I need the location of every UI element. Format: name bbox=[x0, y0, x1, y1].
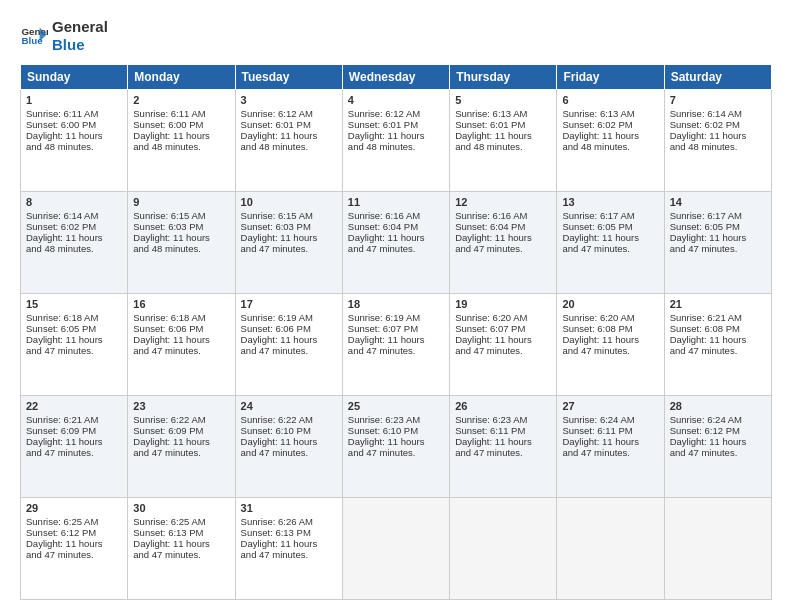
day-number: 3 bbox=[241, 94, 337, 106]
sunrise-label: Sunrise: 6:15 AM bbox=[133, 210, 205, 221]
daylight-label: Daylight: 11 hours and 47 minutes. bbox=[26, 538, 103, 560]
calendar-week-4: 22Sunrise: 6:21 AMSunset: 6:09 PMDayligh… bbox=[21, 396, 772, 498]
sunset-label: Sunset: 6:02 PM bbox=[562, 119, 632, 130]
daylight-label: Daylight: 11 hours and 48 minutes. bbox=[133, 130, 210, 152]
calendar-cell bbox=[342, 498, 449, 600]
calendar-cell: 31Sunrise: 6:26 AMSunset: 6:13 PMDayligh… bbox=[235, 498, 342, 600]
daylight-label: Daylight: 11 hours and 47 minutes. bbox=[241, 232, 318, 254]
sunset-label: Sunset: 6:06 PM bbox=[241, 323, 311, 334]
sunset-label: Sunset: 6:12 PM bbox=[670, 425, 740, 436]
calendar-cell bbox=[557, 498, 664, 600]
day-number: 14 bbox=[670, 196, 766, 208]
logo-line2: Blue bbox=[52, 36, 108, 54]
daylight-label: Daylight: 11 hours and 47 minutes. bbox=[455, 436, 532, 458]
sunrise-label: Sunrise: 6:21 AM bbox=[26, 414, 98, 425]
daylight-label: Daylight: 11 hours and 47 minutes. bbox=[348, 232, 425, 254]
calendar-cell: 12Sunrise: 6:16 AMSunset: 6:04 PMDayligh… bbox=[450, 192, 557, 294]
day-number: 31 bbox=[241, 502, 337, 514]
calendar-cell: 1Sunrise: 6:11 AMSunset: 6:00 PMDaylight… bbox=[21, 90, 128, 192]
calendar-cell: 5Sunrise: 6:13 AMSunset: 6:01 PMDaylight… bbox=[450, 90, 557, 192]
day-number: 6 bbox=[562, 94, 658, 106]
sunrise-label: Sunrise: 6:14 AM bbox=[26, 210, 98, 221]
sunrise-label: Sunrise: 6:19 AM bbox=[348, 312, 420, 323]
sunset-label: Sunset: 6:03 PM bbox=[241, 221, 311, 232]
sunset-label: Sunset: 6:09 PM bbox=[26, 425, 96, 436]
sunrise-label: Sunrise: 6:17 AM bbox=[562, 210, 634, 221]
sunrise-label: Sunrise: 6:23 AM bbox=[455, 414, 527, 425]
sunset-label: Sunset: 6:01 PM bbox=[241, 119, 311, 130]
calendar-cell: 10Sunrise: 6:15 AMSunset: 6:03 PMDayligh… bbox=[235, 192, 342, 294]
sunset-label: Sunset: 6:07 PM bbox=[348, 323, 418, 334]
daylight-label: Daylight: 11 hours and 48 minutes. bbox=[455, 130, 532, 152]
sunrise-label: Sunrise: 6:13 AM bbox=[455, 108, 527, 119]
daylight-label: Daylight: 11 hours and 48 minutes. bbox=[348, 130, 425, 152]
sunrise-label: Sunrise: 6:12 AM bbox=[241, 108, 313, 119]
daylight-label: Daylight: 11 hours and 48 minutes. bbox=[241, 130, 318, 152]
daylight-label: Daylight: 11 hours and 47 minutes. bbox=[562, 334, 639, 356]
daylight-label: Daylight: 11 hours and 47 minutes. bbox=[670, 232, 747, 254]
header-thursday: Thursday bbox=[450, 65, 557, 90]
header-monday: Monday bbox=[128, 65, 235, 90]
sunrise-label: Sunrise: 6:11 AM bbox=[133, 108, 205, 119]
day-number: 18 bbox=[348, 298, 444, 310]
sunset-label: Sunset: 6:08 PM bbox=[670, 323, 740, 334]
sunset-label: Sunset: 6:10 PM bbox=[241, 425, 311, 436]
daylight-label: Daylight: 11 hours and 48 minutes. bbox=[26, 130, 103, 152]
sunset-label: Sunset: 6:04 PM bbox=[348, 221, 418, 232]
sunrise-label: Sunrise: 6:22 AM bbox=[133, 414, 205, 425]
sunset-label: Sunset: 6:00 PM bbox=[26, 119, 96, 130]
sunrise-label: Sunrise: 6:12 AM bbox=[348, 108, 420, 119]
header-friday: Friday bbox=[557, 65, 664, 90]
sunset-label: Sunset: 6:12 PM bbox=[26, 527, 96, 538]
sunrise-label: Sunrise: 6:22 AM bbox=[241, 414, 313, 425]
day-number: 29 bbox=[26, 502, 122, 514]
sunset-label: Sunset: 6:05 PM bbox=[562, 221, 632, 232]
header-sunday: Sunday bbox=[21, 65, 128, 90]
calendar-cell: 24Sunrise: 6:22 AMSunset: 6:10 PMDayligh… bbox=[235, 396, 342, 498]
day-number: 28 bbox=[670, 400, 766, 412]
daylight-label: Daylight: 11 hours and 47 minutes. bbox=[348, 334, 425, 356]
daylight-label: Daylight: 11 hours and 47 minutes. bbox=[348, 436, 425, 458]
sunrise-label: Sunrise: 6:14 AM bbox=[670, 108, 742, 119]
day-number: 30 bbox=[133, 502, 229, 514]
calendar-header-row: SundayMondayTuesdayWednesdayThursdayFrid… bbox=[21, 65, 772, 90]
calendar-cell: 18Sunrise: 6:19 AMSunset: 6:07 PMDayligh… bbox=[342, 294, 449, 396]
daylight-label: Daylight: 11 hours and 48 minutes. bbox=[670, 130, 747, 152]
daylight-label: Daylight: 11 hours and 47 minutes. bbox=[241, 334, 318, 356]
sunrise-label: Sunrise: 6:24 AM bbox=[670, 414, 742, 425]
daylight-label: Daylight: 11 hours and 47 minutes. bbox=[455, 334, 532, 356]
daylight-label: Daylight: 11 hours and 48 minutes. bbox=[26, 232, 103, 254]
calendar-cell: 7Sunrise: 6:14 AMSunset: 6:02 PMDaylight… bbox=[664, 90, 771, 192]
daylight-label: Daylight: 11 hours and 47 minutes. bbox=[26, 436, 103, 458]
sunset-label: Sunset: 6:04 PM bbox=[455, 221, 525, 232]
sunset-label: Sunset: 6:08 PM bbox=[562, 323, 632, 334]
sunrise-label: Sunrise: 6:20 AM bbox=[562, 312, 634, 323]
calendar-cell: 16Sunrise: 6:18 AMSunset: 6:06 PMDayligh… bbox=[128, 294, 235, 396]
day-number: 2 bbox=[133, 94, 229, 106]
daylight-label: Daylight: 11 hours and 47 minutes. bbox=[133, 538, 210, 560]
daylight-label: Daylight: 11 hours and 47 minutes. bbox=[26, 334, 103, 356]
day-number: 13 bbox=[562, 196, 658, 208]
calendar-cell: 15Sunrise: 6:18 AMSunset: 6:05 PMDayligh… bbox=[21, 294, 128, 396]
calendar-cell: 21Sunrise: 6:21 AMSunset: 6:08 PMDayligh… bbox=[664, 294, 771, 396]
calendar-cell: 9Sunrise: 6:15 AMSunset: 6:03 PMDaylight… bbox=[128, 192, 235, 294]
sunset-label: Sunset: 6:06 PM bbox=[133, 323, 203, 334]
sunrise-label: Sunrise: 6:15 AM bbox=[241, 210, 313, 221]
sunrise-label: Sunrise: 6:13 AM bbox=[562, 108, 634, 119]
day-number: 20 bbox=[562, 298, 658, 310]
sunset-label: Sunset: 6:13 PM bbox=[241, 527, 311, 538]
sunrise-label: Sunrise: 6:16 AM bbox=[348, 210, 420, 221]
daylight-label: Daylight: 11 hours and 47 minutes. bbox=[670, 334, 747, 356]
day-number: 1 bbox=[26, 94, 122, 106]
day-number: 24 bbox=[241, 400, 337, 412]
day-number: 4 bbox=[348, 94, 444, 106]
day-number: 15 bbox=[26, 298, 122, 310]
daylight-label: Daylight: 11 hours and 48 minutes. bbox=[562, 130, 639, 152]
header-tuesday: Tuesday bbox=[235, 65, 342, 90]
calendar-cell: 20Sunrise: 6:20 AMSunset: 6:08 PMDayligh… bbox=[557, 294, 664, 396]
calendar-cell: 22Sunrise: 6:21 AMSunset: 6:09 PMDayligh… bbox=[21, 396, 128, 498]
daylight-label: Daylight: 11 hours and 47 minutes. bbox=[133, 334, 210, 356]
sunrise-label: Sunrise: 6:16 AM bbox=[455, 210, 527, 221]
sunrise-label: Sunrise: 6:25 AM bbox=[26, 516, 98, 527]
calendar-cell: 27Sunrise: 6:24 AMSunset: 6:11 PMDayligh… bbox=[557, 396, 664, 498]
